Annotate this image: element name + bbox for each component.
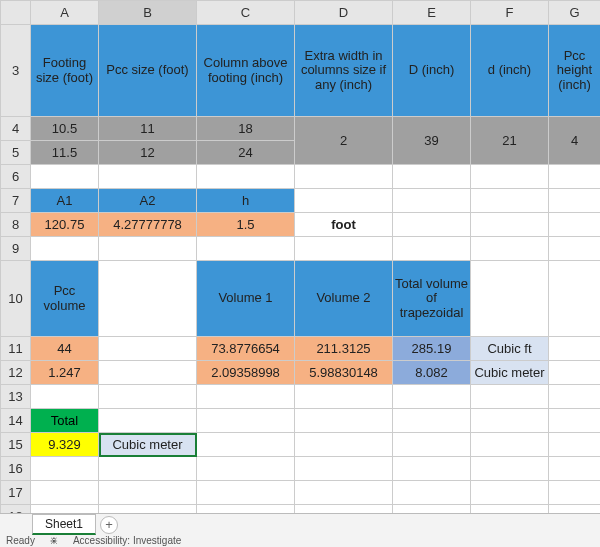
cell-A14[interactable]: Total	[31, 409, 99, 433]
cell-F15[interactable]	[471, 433, 549, 457]
cell-B14[interactable]	[99, 409, 197, 433]
cell-C9[interactable]	[197, 237, 295, 261]
row-header-7[interactable]: 7	[1, 189, 31, 213]
cell-G9[interactable]	[549, 237, 601, 261]
cell-B8[interactable]: 4.27777778	[99, 213, 197, 237]
cell-C18[interactable]	[197, 505, 295, 514]
cell-G4[interactable]: 4	[549, 117, 601, 165]
cell-B13[interactable]	[99, 385, 197, 409]
cell-F11[interactable]: Cubic ft	[471, 337, 549, 361]
cell-D11[interactable]: 211.3125	[295, 337, 393, 361]
cell-G6[interactable]	[549, 165, 601, 189]
cell-E18[interactable]	[393, 505, 471, 514]
cell-F8[interactable]	[471, 213, 549, 237]
col-header-B[interactable]: B	[99, 1, 197, 25]
row-header-5[interactable]: 5	[1, 141, 31, 165]
cell-F4[interactable]: 21	[471, 117, 549, 165]
row-header-11[interactable]: 11	[1, 337, 31, 361]
cell-B5[interactable]: 12	[99, 141, 197, 165]
cell-A6[interactable]	[31, 165, 99, 189]
cell-G15[interactable]	[549, 433, 601, 457]
cell-B4[interactable]: 11	[99, 117, 197, 141]
col-header-G[interactable]: G	[549, 1, 601, 25]
row-header-14[interactable]: 14	[1, 409, 31, 433]
cell-B15[interactable]: Cubic meter	[99, 433, 197, 457]
cell-B7[interactable]: A2	[99, 189, 197, 213]
col-header-D[interactable]: D	[295, 1, 393, 25]
cell-F14[interactable]	[471, 409, 549, 433]
cell-E16[interactable]	[393, 457, 471, 481]
cell-F9[interactable]	[471, 237, 549, 261]
cell-F10[interactable]	[471, 261, 549, 337]
cell-A13[interactable]	[31, 385, 99, 409]
cell-D3[interactable]: Extra width in columns size if any (inch…	[295, 25, 393, 117]
cell-D14[interactable]	[295, 409, 393, 433]
cell-D12[interactable]: 5.98830148	[295, 361, 393, 385]
cell-A4[interactable]: 10.5	[31, 117, 99, 141]
cell-D9[interactable]	[295, 237, 393, 261]
cell-G18[interactable]	[549, 505, 601, 514]
cell-A17[interactable]	[31, 481, 99, 505]
cell-A8[interactable]: 120.75	[31, 213, 99, 237]
cell-C7[interactable]: h	[197, 189, 295, 213]
row-header-4[interactable]: 4	[1, 117, 31, 141]
cell-G8[interactable]	[549, 213, 601, 237]
row-header-13[interactable]: 13	[1, 385, 31, 409]
row-header-18[interactable]: 18	[1, 505, 31, 514]
cell-E7[interactable]	[393, 189, 471, 213]
row-header-15[interactable]: 15	[1, 433, 31, 457]
cell-G16[interactable]	[549, 457, 601, 481]
cell-C6[interactable]	[197, 165, 295, 189]
cell-C8[interactable]: 1.5	[197, 213, 295, 237]
cell-C4[interactable]: 18	[197, 117, 295, 141]
cell-B11[interactable]	[99, 337, 197, 361]
cell-F7[interactable]	[471, 189, 549, 213]
row-header-12[interactable]: 12	[1, 361, 31, 385]
cell-A11[interactable]: 44	[31, 337, 99, 361]
col-header-E[interactable]: E	[393, 1, 471, 25]
cell-F17[interactable]	[471, 481, 549, 505]
cell-G11[interactable]	[549, 337, 601, 361]
cell-D8[interactable]: foot	[295, 213, 393, 237]
cell-A9[interactable]	[31, 237, 99, 261]
cell-G7[interactable]	[549, 189, 601, 213]
cell-C10[interactable]: Volume 1	[197, 261, 295, 337]
cell-A15[interactable]: 9.329	[31, 433, 99, 457]
cell-A3[interactable]: Footing size (foot)	[31, 25, 99, 117]
cell-F12[interactable]: Cubic meter	[471, 361, 549, 385]
cell-E10[interactable]: Total volume of trapezoidal	[393, 261, 471, 337]
cell-E6[interactable]	[393, 165, 471, 189]
cell-A18[interactable]	[31, 505, 99, 514]
cell-D6[interactable]	[295, 165, 393, 189]
cell-C15[interactable]	[197, 433, 295, 457]
cell-E4[interactable]: 39	[393, 117, 471, 165]
cell-B16[interactable]	[99, 457, 197, 481]
cell-B17[interactable]	[99, 481, 197, 505]
cell-B12[interactable]	[99, 361, 197, 385]
cell-C14[interactable]	[197, 409, 295, 433]
cell-F3[interactable]: d (inch)	[471, 25, 549, 117]
cell-A12[interactable]: 1.247	[31, 361, 99, 385]
row-header-8[interactable]: 8	[1, 213, 31, 237]
cell-D16[interactable]	[295, 457, 393, 481]
cell-D15[interactable]	[295, 433, 393, 457]
col-header-A[interactable]: A	[31, 1, 99, 25]
cell-E11[interactable]: 285.19	[393, 337, 471, 361]
cell-D10[interactable]: Volume 2	[295, 261, 393, 337]
cell-B10[interactable]	[99, 261, 197, 337]
cell-G10[interactable]	[549, 261, 601, 337]
cell-C16[interactable]	[197, 457, 295, 481]
cell-E12[interactable]: 8.082	[393, 361, 471, 385]
cell-F18[interactable]	[471, 505, 549, 514]
row-header-6[interactable]: 6	[1, 165, 31, 189]
cell-B18[interactable]	[99, 505, 197, 514]
cell-C17[interactable]	[197, 481, 295, 505]
cell-C11[interactable]: 73.8776654	[197, 337, 295, 361]
spreadsheet-grid[interactable]: A B C D E F G 3 Footing size (foot) Pcc …	[0, 0, 600, 513]
cell-E9[interactable]	[393, 237, 471, 261]
cell-C5[interactable]: 24	[197, 141, 295, 165]
cell-D4[interactable]: 2	[295, 117, 393, 165]
cell-B3[interactable]: Pcc size (foot)	[99, 25, 197, 117]
row-header-3[interactable]: 3	[1, 25, 31, 117]
col-header-C[interactable]: C	[197, 1, 295, 25]
